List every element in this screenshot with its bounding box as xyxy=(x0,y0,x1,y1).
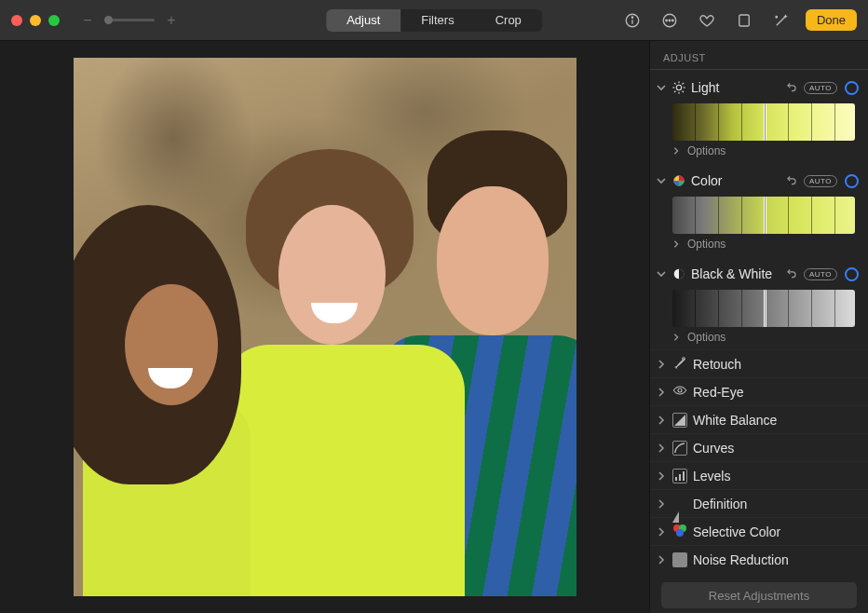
tab-filters[interactable]: Filters xyxy=(400,9,474,32)
zoom-controls: − + xyxy=(80,12,179,29)
svg-rect-23 xyxy=(679,474,681,481)
light-thumbnail-slider[interactable] xyxy=(672,103,855,141)
color-options-toggle[interactable]: Options xyxy=(656,236,859,256)
chevron-right-icon xyxy=(656,527,667,537)
reset-adjustments-button[interactable]: Reset Adjustments xyxy=(661,582,857,608)
info-icon[interactable] xyxy=(619,7,645,34)
adjust-retouch-row[interactable]: Retouch xyxy=(650,349,868,377)
wb-label: White Balance xyxy=(693,413,777,428)
svg-point-4 xyxy=(666,20,668,21)
photo-canvas-area xyxy=(0,41,649,613)
photo-preview[interactable] xyxy=(74,58,576,596)
svg-line-16 xyxy=(674,91,675,92)
chevron-right-icon xyxy=(672,331,682,344)
color-title: Color xyxy=(691,173,781,188)
adjust-wb-row[interactable]: White Balance xyxy=(650,405,868,433)
aspect-icon[interactable] xyxy=(731,7,757,34)
undo-icon[interactable] xyxy=(785,173,800,189)
favorite-icon[interactable] xyxy=(694,7,720,34)
color-icon xyxy=(671,173,687,188)
retouch-label: Retouch xyxy=(693,357,741,372)
retouch-icon xyxy=(672,355,687,373)
chevron-right-icon xyxy=(672,144,682,157)
color-thumbnail-slider[interactable] xyxy=(672,197,855,234)
redeye-icon xyxy=(672,383,687,401)
noise-label: Noise Reduction xyxy=(693,552,789,567)
done-button[interactable]: Done xyxy=(806,9,857,31)
bw-title: Black & White xyxy=(691,266,781,281)
selective-color-icon xyxy=(672,523,687,540)
svg-line-14 xyxy=(674,83,675,84)
svg-rect-7 xyxy=(739,15,750,26)
minimize-window-button[interactable] xyxy=(30,15,41,26)
svg-line-17 xyxy=(683,83,684,84)
main-area: ADJUST Light AUTO Options Color xyxy=(0,41,868,613)
adjust-curves-row[interactable]: Curves xyxy=(650,433,868,461)
bw-thumbnail-slider[interactable] xyxy=(672,290,855,327)
more-icon[interactable] xyxy=(657,7,683,34)
chevron-right-icon xyxy=(672,238,682,251)
levels-label: Levels xyxy=(693,469,730,484)
light-options-label: Options xyxy=(687,144,726,157)
bw-options-toggle[interactable]: Options xyxy=(656,329,859,349)
zoom-slider[interactable] xyxy=(104,19,155,21)
zoom-out-button[interactable]: − xyxy=(80,12,95,29)
adjust-definition-row[interactable]: Definition xyxy=(650,489,868,517)
light-icon xyxy=(671,80,687,95)
bw-auto-button[interactable]: AUTO xyxy=(804,268,837,280)
toolbar-right: Done xyxy=(619,7,857,34)
light-auto-button[interactable]: AUTO xyxy=(804,82,837,94)
tab-crop[interactable]: Crop xyxy=(475,9,542,32)
adjust-redeye-row[interactable]: Red-Eye xyxy=(650,377,868,405)
zoom-in-button[interactable]: + xyxy=(164,12,179,29)
svg-point-8 xyxy=(776,16,778,18)
chevron-right-icon xyxy=(656,360,667,369)
chevron-down-icon[interactable] xyxy=(656,176,667,185)
fullscreen-window-button[interactable] xyxy=(48,15,60,26)
black-white-icon xyxy=(671,266,687,281)
undo-icon[interactable] xyxy=(785,80,800,96)
adjust-selcolor-row[interactable]: Selective Color xyxy=(650,517,868,545)
noise-reduction-icon xyxy=(672,552,687,567)
chevron-right-icon xyxy=(656,499,667,509)
definition-icon xyxy=(672,497,687,511)
chevron-right-icon xyxy=(656,388,667,397)
svg-point-27 xyxy=(676,529,684,537)
edit-mode-tabs: Adjust Filters Crop xyxy=(326,9,542,32)
adjust-sidebar: ADJUST Light AUTO Options Color xyxy=(649,41,868,613)
svg-point-9 xyxy=(676,85,681,89)
chevron-down-icon[interactable] xyxy=(656,269,667,279)
curves-icon xyxy=(672,441,687,456)
svg-point-20 xyxy=(683,358,685,361)
svg-point-21 xyxy=(678,388,682,392)
close-window-button[interactable] xyxy=(11,15,22,26)
adjust-levels-row[interactable]: Levels xyxy=(650,461,868,489)
curves-label: Curves xyxy=(693,441,734,456)
redeye-label: Red-Eye xyxy=(693,385,743,400)
svg-point-2 xyxy=(631,17,632,18)
bw-enable-ring[interactable] xyxy=(845,267,859,281)
light-options-toggle[interactable]: Options xyxy=(656,143,859,163)
levels-icon xyxy=(672,469,687,484)
light-enable-ring[interactable] xyxy=(845,81,859,95)
tab-adjust[interactable]: Adjust xyxy=(326,9,400,32)
chevron-right-icon xyxy=(656,555,667,565)
enhance-icon[interactable] xyxy=(768,7,794,34)
svg-point-6 xyxy=(672,20,674,21)
svg-point-5 xyxy=(669,20,671,21)
svg-rect-24 xyxy=(683,471,685,481)
chevron-down-icon[interactable] xyxy=(656,83,667,92)
chevron-right-icon xyxy=(656,443,667,453)
svg-rect-22 xyxy=(675,477,677,481)
color-enable-ring[interactable] xyxy=(845,174,859,188)
window-controls xyxy=(11,15,60,26)
adjust-bw-section: Black & White AUTO Options xyxy=(650,256,868,349)
titlebar: − + Adjust Filters Crop Done xyxy=(0,0,868,41)
selcolor-label: Selective Color xyxy=(693,524,780,539)
white-balance-icon xyxy=(672,413,687,428)
undo-icon[interactable] xyxy=(785,266,800,282)
color-auto-button[interactable]: AUTO xyxy=(804,175,837,187)
definition-label: Definition xyxy=(693,497,747,511)
adjust-noise-row[interactable]: Noise Reduction xyxy=(650,545,868,573)
adjust-color-section: Color AUTO Options xyxy=(650,163,868,256)
